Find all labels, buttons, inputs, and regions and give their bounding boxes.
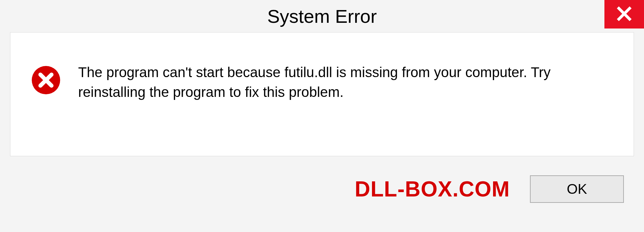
watermark-text: DLL-BOX.COM <box>355 177 510 201</box>
dialog-footer: DLL-BOX.COM OK <box>10 156 634 222</box>
error-message: The program can't start because futilu.d… <box>78 63 613 102</box>
ok-button[interactable]: OK <box>530 175 624 203</box>
error-icon <box>31 65 61 96</box>
dialog-content: The program can't start because futilu.d… <box>10 32 634 156</box>
ok-button-label: OK <box>567 181 587 197</box>
dialog-title: System Error <box>267 5 377 27</box>
close-icon <box>616 6 632 23</box>
close-button[interactable] <box>604 0 644 28</box>
titlebar: System Error <box>0 0 644 32</box>
